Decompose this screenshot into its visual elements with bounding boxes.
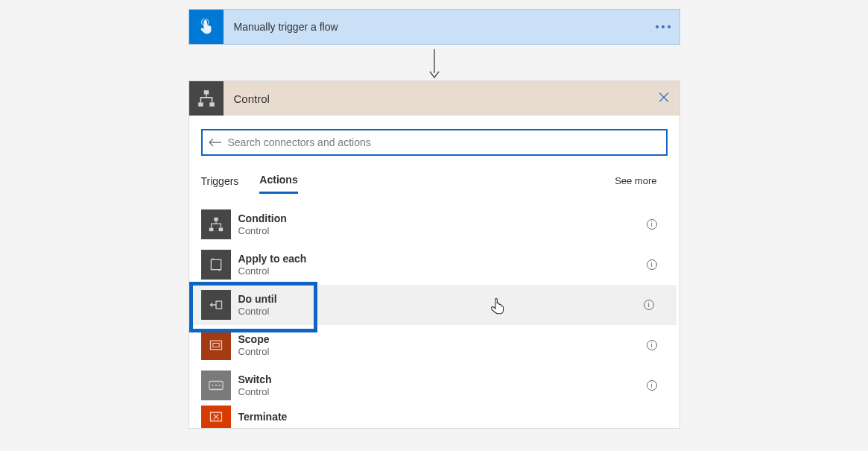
action-condition[interactable]: Condition Control i [189, 204, 679, 245]
trigger-title: Manually trigger a flow [224, 21, 338, 33]
ellipsis-menu-button[interactable] [656, 25, 671, 28]
info-icon[interactable]: i [647, 259, 657, 270]
action-name: Apply to each [238, 253, 307, 265]
connector-header: Control [189, 81, 679, 116]
apply-to-each-icon [201, 250, 231, 280]
dot-icon [662, 25, 665, 28]
search-row [189, 116, 679, 163]
info-icon[interactable]: i [647, 380, 657, 391]
action-name: Condition [238, 212, 287, 225]
loop-icon [209, 257, 224, 272]
action-name: Scope [238, 333, 270, 346]
action-subtitle: Control [238, 386, 272, 398]
trigger-card[interactable]: Manually trigger a flow [189, 9, 680, 45]
close-button[interactable] [659, 92, 669, 105]
connector-arrow [427, 49, 442, 79]
action-do-until[interactable]: Do until Control i [186, 285, 677, 325]
svg-point-13 [212, 385, 213, 386]
action-subtitle: Control [238, 265, 307, 277]
dot-icon [668, 25, 671, 28]
svg-point-15 [218, 385, 220, 386]
highlight-frame: Do until Control i [186, 285, 677, 325]
svg-rect-3 [198, 102, 203, 106]
until-icon [209, 297, 224, 312]
switch-glyph-icon [208, 379, 224, 391]
branch-icon [208, 216, 224, 233]
actions-list: Condition Control i Apply to each Contro… [189, 194, 679, 428]
info-icon[interactable]: i [647, 219, 657, 230]
stop-icon [209, 409, 224, 424]
action-name: Switch [238, 373, 272, 386]
tab-triggers[interactable]: Triggers [201, 169, 239, 193]
action-subtitle: Control [238, 225, 287, 237]
info-icon[interactable]: i [647, 340, 657, 350]
do-until-icon [201, 290, 231, 320]
close-icon [659, 92, 669, 103]
svg-rect-9 [216, 301, 222, 309]
svg-rect-8 [211, 259, 221, 269]
action-subtitle: Control [238, 346, 270, 358]
control-icon [189, 81, 224, 116]
terminate-icon [201, 406, 231, 428]
flow-canvas: Manually trigger a flow Control [0, 0, 868, 429]
dot-icon [656, 25, 659, 28]
info-icon[interactable]: i [644, 300, 654, 310]
action-name: Do until [238, 293, 277, 306]
action-subtitle: Control [238, 306, 277, 318]
svg-rect-4 [209, 102, 215, 106]
frame-icon [209, 338, 224, 353]
action-name: Terminate [238, 411, 288, 423]
svg-rect-5 [214, 218, 218, 221]
scope-icon [201, 330, 231, 360]
search-box[interactable] [201, 129, 668, 156]
arrow-left-icon [209, 138, 222, 147]
svg-rect-2 [203, 90, 209, 94]
action-apply-to-each[interactable]: Apply to each Control i [189, 245, 679, 285]
tabs: Triggers Actions See more [189, 163, 679, 194]
svg-rect-10 [210, 341, 221, 350]
arrow-down-icon [427, 49, 442, 79]
search-input[interactable] [228, 130, 666, 154]
svg-rect-7 [218, 228, 223, 232]
hand-tap-icon [198, 19, 215, 35]
svg-rect-6 [209, 228, 213, 232]
action-switch[interactable]: Switch Control i [189, 365, 679, 406]
see-more-link[interactable]: See more [615, 175, 656, 186]
svg-point-14 [215, 385, 216, 386]
action-picker: Control Triggers Actions See more [189, 81, 680, 429]
connector-title: Control [224, 92, 270, 105]
manual-trigger-icon [189, 10, 224, 44]
tab-actions[interactable]: Actions [259, 168, 297, 194]
switch-icon [201, 370, 231, 400]
search-back-button[interactable] [209, 138, 222, 147]
action-scope[interactable]: Scope Control i [189, 325, 679, 365]
branch-icon [197, 89, 216, 108]
svg-rect-11 [212, 344, 218, 347]
action-terminate[interactable]: Terminate [189, 406, 679, 428]
condition-icon [201, 209, 231, 239]
